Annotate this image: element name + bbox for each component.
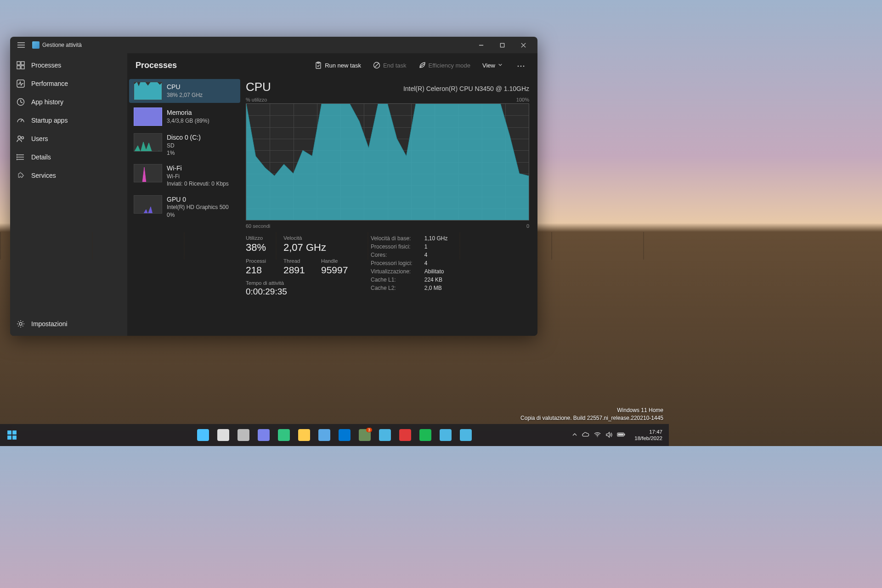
perf-mini-disco-0-c-[interactable]: Disco 0 (C:)SD1%: [129, 130, 240, 159]
svg-rect-40: [624, 434, 625, 435]
stat-value: 218: [246, 265, 273, 276]
task-view-icon: [237, 429, 249, 441]
maximize-button[interactable]: [492, 37, 513, 53]
svg-rect-8: [21, 62, 24, 65]
app-title: Gestione attività: [42, 42, 82, 48]
stat-label: Utilizzo: [246, 235, 273, 241]
mini-chart-icon: [134, 107, 162, 126]
mini-chart-icon: [134, 195, 162, 214]
mini-title: Disco 0 (C:): [167, 133, 201, 142]
svg-rect-7: [17, 62, 20, 65]
axis-label: 100%: [516, 97, 529, 102]
perf-mini-gpu-0[interactable]: GPU 0Intel(R) HD Graphics 5000%: [129, 192, 240, 221]
spec-value: 4: [424, 260, 448, 266]
taskbar-app-media[interactable]: [396, 426, 414, 444]
stat-value: 2891: [283, 265, 311, 276]
svg-rect-10: [21, 66, 24, 69]
taskbar-app-spotify[interactable]: [416, 426, 435, 444]
svg-rect-35: [12, 430, 17, 435]
wifi-icon: [594, 432, 601, 438]
stat-label: Processi: [246, 258, 273, 264]
mini-title: CPU: [167, 83, 203, 91]
taskbar-app-chat[interactable]: [254, 426, 273, 444]
spotify-icon: [419, 429, 431, 441]
menu-button[interactable]: [14, 38, 28, 52]
widgets-button[interactable]: [3, 426, 21, 444]
more-icon: [517, 62, 525, 69]
spec-value: 1: [424, 243, 448, 250]
svg-rect-4: [500, 43, 504, 47]
taskbar-app-mail[interactable]: [335, 426, 354, 444]
store-icon: [318, 429, 330, 441]
svg-line-13: [21, 119, 23, 122]
sidebar-item-performance[interactable]: Performance: [10, 74, 127, 93]
prohibit-icon: [373, 62, 380, 69]
perf-mini-memoria[interactable]: Memoria3,4/3,8 GB (89%): [129, 105, 240, 129]
svg-point-19: [17, 154, 17, 155]
spec-key: Processori fisici:: [371, 243, 413, 250]
chat-icon: [258, 429, 270, 441]
stat-label: Handle: [321, 258, 349, 264]
svg-rect-37: [12, 435, 17, 440]
sidebar-item-services[interactable]: Services: [10, 166, 127, 185]
history-icon: [17, 98, 25, 106]
gauge-icon: [17, 116, 25, 124]
spec-key: Cores:: [371, 252, 413, 258]
run-new-task-button[interactable]: Run new task: [310, 59, 366, 72]
view-dropdown[interactable]: View: [478, 59, 510, 72]
svg-rect-34: [7, 430, 11, 435]
svg-point-27: [518, 66, 519, 67]
search-icon: [217, 429, 229, 441]
sidebar-item-app-history[interactable]: App history: [10, 93, 127, 111]
grid-icon: [17, 61, 25, 69]
axis-label: 0: [526, 223, 529, 229]
volume-icon: [605, 432, 612, 439]
spec-key: Cache L2:: [371, 285, 413, 291]
spec-value: 2,0 MB: [424, 285, 448, 291]
end-task-button[interactable]: End task: [368, 59, 411, 72]
stat-value: 0:00:29:35: [246, 287, 349, 297]
taskbar-app-search[interactable]: [214, 426, 232, 444]
list-icon: [17, 153, 25, 161]
taskbar-app-todo[interactable]: 3: [356, 426, 374, 444]
taskbar-app-edge[interactable]: [275, 426, 293, 444]
content-pane: Processes Run new task End task Efficien…: [127, 53, 537, 336]
sidebar-item-settings[interactable]: Impostazioni: [10, 315, 127, 333]
taskbar: 3 17:47 18/feb/2022: [0, 424, 669, 446]
cpu-detail: CPU Intel(R) Celeron(R) CPU N3450 @ 1.10…: [242, 77, 537, 336]
sidebar-item-label: Impostazioni: [31, 320, 68, 328]
stat-label: Thread: [283, 258, 311, 264]
minimize-button[interactable]: [470, 37, 492, 53]
taskbar-app-task-view[interactable]: [234, 426, 253, 444]
spec-value: 1,10 GHz: [424, 235, 448, 242]
sidebar-item-details[interactable]: Details: [10, 148, 127, 166]
start-icon: [197, 429, 209, 441]
sidebar-item-label: App history: [31, 98, 63, 106]
desktop-watermark: Windows 11 Home Copia di valutazione. Bu…: [520, 407, 663, 422]
more-button[interactable]: [513, 59, 529, 72]
sidebar-item-users[interactable]: Users: [10, 130, 127, 148]
svg-point-28: [520, 66, 522, 67]
taskbar-app-store[interactable]: [315, 426, 334, 444]
perf-mini-wi-fi[interactable]: Wi-FiWi-FiInviati: 0 Ricevuti: 0 Kbps: [129, 161, 240, 190]
taskbar-app-start[interactable]: [194, 426, 212, 444]
chevron-up-icon: [572, 432, 577, 438]
sidebar-item-startup[interactable]: Startup apps: [10, 111, 127, 130]
taskbar-app-photos[interactable]: [376, 426, 394, 444]
sidebar-item-label: Services: [31, 172, 56, 179]
users-icon: [17, 135, 25, 143]
app-icon: [32, 41, 40, 49]
svg-point-14: [18, 136, 21, 139]
close-button[interactable]: [513, 37, 534, 53]
taskbar-app-files[interactable]: [295, 426, 313, 444]
taskbar-clock[interactable]: 17:47 18/feb/2022: [631, 429, 666, 442]
sidebar-item-processes[interactable]: Processes: [10, 56, 127, 74]
svg-rect-36: [7, 435, 11, 440]
system-tray[interactable]: [568, 432, 629, 439]
efficiency-mode-button[interactable]: Efficiency mode: [414, 59, 475, 72]
taskbar-app-task-manager[interactable]: [457, 426, 475, 444]
taskbar-app-news[interactable]: [436, 426, 455, 444]
perf-mini-cpu[interactable]: CPU38% 2,07 GHz: [129, 79, 240, 103]
gear-icon: [17, 320, 25, 328]
svg-point-22: [19, 322, 22, 325]
